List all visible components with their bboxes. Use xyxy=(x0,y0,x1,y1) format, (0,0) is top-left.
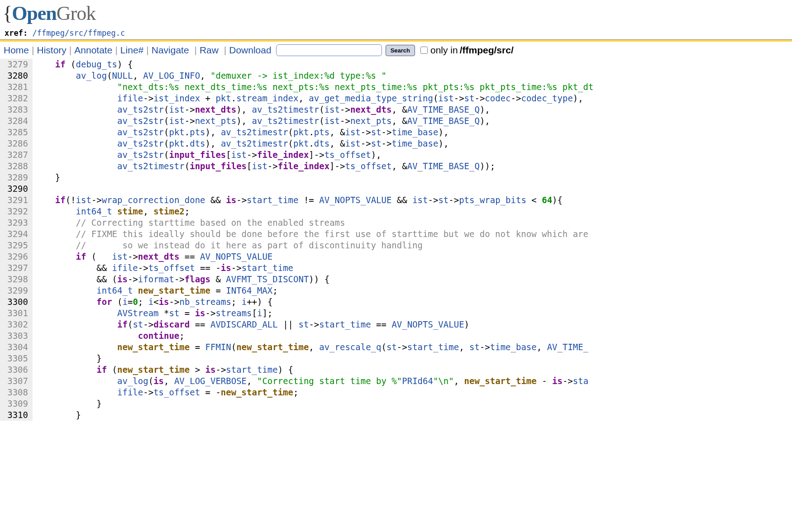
xref-label: xref: xyxy=(5,28,32,38)
code-line: 3298 && (is->iformat->flags & AVFMT_TS_D… xyxy=(0,274,792,285)
separator: | xyxy=(67,45,74,56)
code-text: av_log(NULL, AV_LOG_INFO, "demuxer -> is… xyxy=(33,70,386,81)
code-text: if (new_start_time > is->start_time) { xyxy=(33,364,293,375)
line-number[interactable]: 3307 xyxy=(0,375,33,387)
code-text: ifile->ist_index + pkt.stream_index, av_… xyxy=(33,93,583,104)
code-text: av_ts2str(pkt.pts), av_ts2timestr(pkt.pt… xyxy=(33,127,448,138)
path-seg-src[interactable]: /src xyxy=(65,28,83,38)
line-number[interactable]: 3304 xyxy=(0,342,33,353)
code-text: av_ts2str(ist->next_pts), av_ts2timestr(… xyxy=(33,115,490,127)
line-number[interactable]: 3308 xyxy=(0,387,33,398)
code-line: 3303 continue; xyxy=(0,330,792,342)
line-number[interactable]: 3291 xyxy=(0,195,33,206)
nav-history[interactable]: History xyxy=(37,45,67,56)
code-line: 3307 av_log(is, AV_LOG_VERBOSE, "Correct… xyxy=(0,375,792,387)
line-number[interactable]: 3290 xyxy=(0,183,33,195)
code-text: int64_t stime, stime2; xyxy=(33,206,190,217)
search-input[interactable] xyxy=(276,44,382,56)
toolbar: Home | History | Annotate | Line# | Navi… xyxy=(0,42,792,59)
page-header: {OpenGrok xref: /ffmpeg/src/ffmpeg.c xyxy=(0,0,792,39)
nav-annotate[interactable]: Annotate xyxy=(74,45,112,56)
nav-raw[interactable]: Raw xyxy=(200,45,219,56)
code-line: 3306 if (new_start_time > is->start_time… xyxy=(0,364,792,375)
line-number[interactable]: 3306 xyxy=(0,364,33,375)
line-number[interactable]: 3302 xyxy=(0,319,33,330)
code-line: 3308 ifile->ts_offset = -new_start_time; xyxy=(0,387,792,398)
line-number[interactable]: 3287 xyxy=(0,149,33,161)
line-number[interactable]: 3294 xyxy=(0,228,33,240)
line-number[interactable]: 3293 xyxy=(0,217,33,228)
line-number[interactable]: 3279 xyxy=(0,59,33,70)
code-text: if(!ist->wrap_correction_done && is->sta… xyxy=(33,195,563,206)
code-line: 3281 "next_dts:%s next_dts_time:%s next_… xyxy=(0,81,792,93)
line-number[interactable]: 3305 xyxy=(0,353,33,364)
line-number[interactable]: 3280 xyxy=(0,70,33,81)
line-number[interactable]: 3296 xyxy=(0,251,33,262)
line-number[interactable]: 3298 xyxy=(0,274,33,285)
code-text: // so we instead do it here as part of d… xyxy=(33,240,423,251)
logo-grok: Grok xyxy=(57,2,95,24)
code-text: int64_t new_start_time = INT64_MAX; xyxy=(33,285,278,296)
line-number[interactable]: 3295 xyxy=(0,240,33,251)
code-text: // FIXME this ideally should be done bef… xyxy=(33,228,588,240)
nav-navigate[interactable]: Navigate xyxy=(152,45,189,56)
line-number[interactable]: 3286 xyxy=(0,138,33,149)
search-button[interactable]: Search xyxy=(386,45,415,56)
line-number[interactable]: 3289 xyxy=(0,172,33,183)
logo[interactable]: {OpenGrok xyxy=(3,2,789,25)
code-line: 3292 int64_t stime, stime2; xyxy=(0,206,792,217)
code-line: 3284 av_ts2str(ist->next_pts), av_ts2tim… xyxy=(0,115,792,127)
source-code: 3279 if (debug_ts) {3280 av_log(NULL, AV… xyxy=(0,59,792,421)
code-text: "next_dts:%s next_dts_time:%s next_pts:%… xyxy=(33,81,593,93)
code-line: 3289 } xyxy=(0,172,792,183)
code-text: } xyxy=(33,172,60,183)
code-text: continue; xyxy=(33,330,185,342)
code-line: 3286 av_ts2str(pkt.dts), av_ts2timestr(p… xyxy=(0,138,792,149)
line-number[interactable]: 3300 xyxy=(0,296,33,308)
code-line: 3279 if (debug_ts) { xyxy=(0,59,792,70)
line-number[interactable]: 3303 xyxy=(0,330,33,342)
code-text: new_start_time = FFMIN(new_start_time, a… xyxy=(33,342,588,353)
line-number[interactable]: 3297 xyxy=(0,262,33,274)
code-text: av_log(is, AV_LOG_VERBOSE, "Correcting s… xyxy=(33,375,588,387)
path-seg-file[interactable]: /ffmpeg.c xyxy=(83,28,125,38)
line-number[interactable]: 3292 xyxy=(0,206,33,217)
nav-home[interactable]: Home xyxy=(4,45,29,56)
code-line: 3280 av_log(NULL, AV_LOG_INFO, "demuxer … xyxy=(0,70,792,81)
path-seg-ffmpeg[interactable]: /ffmpeg xyxy=(32,28,65,38)
breadcrumb: xref: /ffmpeg/src/ffmpeg.c xyxy=(3,28,789,39)
code-text: ifile->ts_offset = -new_start_time; xyxy=(33,387,298,398)
code-line: 3304 new_start_time = FFMIN(new_start_ti… xyxy=(0,342,792,353)
code-line: 3288 av_ts2timestr(input_files[ist->file… xyxy=(0,161,792,172)
code-text: if ( ist->next_dts == AV_NOPTS_VALUE xyxy=(33,251,272,262)
line-number[interactable]: 3283 xyxy=(0,104,33,115)
separator: | xyxy=(143,45,151,56)
only-in-text: only in xyxy=(430,45,458,56)
line-number[interactable]: 3284 xyxy=(0,115,33,127)
line-number[interactable]: 3281 xyxy=(0,81,33,93)
line-number[interactable]: 3285 xyxy=(0,127,33,138)
separator: | xyxy=(219,45,229,56)
code-line: 3295 // so we instead do it here as part… xyxy=(0,240,792,251)
code-line: 3290 xyxy=(0,183,792,195)
code-line: 3300 for (i=0; i<is->nb_streams; i++) { xyxy=(0,296,792,308)
nav-line[interactable]: Line# xyxy=(120,45,143,56)
line-number[interactable]: 3288 xyxy=(0,161,33,172)
logo-brace: { xyxy=(3,2,12,24)
line-number[interactable]: 3309 xyxy=(0,398,33,409)
line-number[interactable]: 3310 xyxy=(0,409,33,421)
code-text: av_ts2str(ist->next_dts), av_ts2timestr(… xyxy=(33,104,490,115)
line-number[interactable]: 3282 xyxy=(0,93,33,104)
line-number[interactable]: 3299 xyxy=(0,285,33,296)
code-line: 3283 av_ts2str(ist->next_dts), av_ts2tim… xyxy=(0,104,792,115)
nav-download[interactable]: Download xyxy=(229,45,271,56)
code-text: av_ts2timestr(input_files[ist->file_inde… xyxy=(33,161,495,172)
line-number[interactable]: 3301 xyxy=(0,308,33,319)
only-in-label[interactable]: only in /ffmpeg/src/ xyxy=(419,45,514,56)
only-in-checkbox[interactable] xyxy=(420,47,428,54)
code-text: } xyxy=(33,353,102,364)
code-line: 3302 if(st->discard == AVDISCARD_ALL || … xyxy=(0,319,792,330)
code-text: && (is->iformat->flags & AVFMT_TS_DISCON… xyxy=(33,274,329,285)
code-text: if (debug_ts) { xyxy=(33,59,133,70)
code-line: 3296 if ( ist->next_dts == AV_NOPTS_VALU… xyxy=(0,251,792,262)
